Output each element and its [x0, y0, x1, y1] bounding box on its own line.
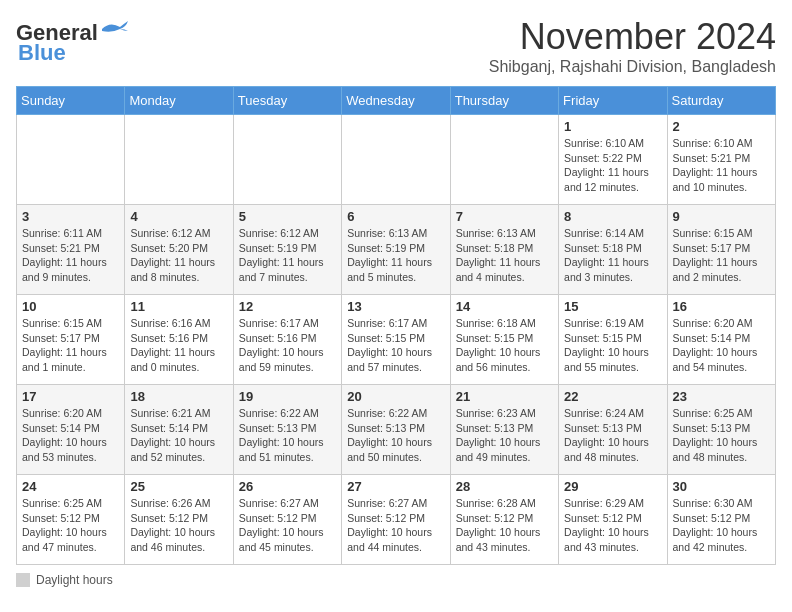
calendar-cell: 26Sunrise: 6:27 AM Sunset: 5:12 PM Dayli… [233, 475, 341, 565]
day-number: 25 [130, 479, 227, 494]
calendar-header-monday: Monday [125, 87, 233, 115]
calendar-cell: 16Sunrise: 6:20 AM Sunset: 5:14 PM Dayli… [667, 295, 775, 385]
day-info: Sunrise: 6:16 AM Sunset: 5:16 PM Dayligh… [130, 316, 227, 375]
legend-label: Daylight hours [36, 573, 113, 587]
logo-general: General [16, 20, 98, 45]
day-number: 3 [22, 209, 119, 224]
calendar-cell: 20Sunrise: 6:22 AM Sunset: 5:13 PM Dayli… [342, 385, 450, 475]
day-info: Sunrise: 6:22 AM Sunset: 5:13 PM Dayligh… [239, 406, 336, 465]
day-number: 14 [456, 299, 553, 314]
day-info: Sunrise: 6:13 AM Sunset: 5:18 PM Dayligh… [456, 226, 553, 285]
day-number: 27 [347, 479, 444, 494]
calendar-cell: 15Sunrise: 6:19 AM Sunset: 5:15 PM Dayli… [559, 295, 667, 385]
day-info: Sunrise: 6:23 AM Sunset: 5:13 PM Dayligh… [456, 406, 553, 465]
logo-bird-icon [100, 19, 130, 39]
day-number: 6 [347, 209, 444, 224]
day-info: Sunrise: 6:27 AM Sunset: 5:12 PM Dayligh… [239, 496, 336, 555]
day-info: Sunrise: 6:25 AM Sunset: 5:13 PM Dayligh… [673, 406, 770, 465]
day-number: 22 [564, 389, 661, 404]
calendar-cell: 23Sunrise: 6:25 AM Sunset: 5:13 PM Dayli… [667, 385, 775, 475]
day-info: Sunrise: 6:13 AM Sunset: 5:19 PM Dayligh… [347, 226, 444, 285]
day-info: Sunrise: 6:10 AM Sunset: 5:22 PM Dayligh… [564, 136, 661, 195]
calendar-header-saturday: Saturday [667, 87, 775, 115]
day-info: Sunrise: 6:12 AM Sunset: 5:19 PM Dayligh… [239, 226, 336, 285]
day-info: Sunrise: 6:28 AM Sunset: 5:12 PM Dayligh… [456, 496, 553, 555]
day-info: Sunrise: 6:11 AM Sunset: 5:21 PM Dayligh… [22, 226, 119, 285]
calendar-cell: 3Sunrise: 6:11 AM Sunset: 5:21 PM Daylig… [17, 205, 125, 295]
calendar-cell: 5Sunrise: 6:12 AM Sunset: 5:19 PM Daylig… [233, 205, 341, 295]
day-info: Sunrise: 6:20 AM Sunset: 5:14 PM Dayligh… [22, 406, 119, 465]
day-number: 26 [239, 479, 336, 494]
calendar-cell [17, 115, 125, 205]
calendar-cell: 22Sunrise: 6:24 AM Sunset: 5:13 PM Dayli… [559, 385, 667, 475]
day-number: 24 [22, 479, 119, 494]
day-info: Sunrise: 6:25 AM Sunset: 5:12 PM Dayligh… [22, 496, 119, 555]
calendar-cell [125, 115, 233, 205]
calendar-cell: 8Sunrise: 6:14 AM Sunset: 5:18 PM Daylig… [559, 205, 667, 295]
day-number: 19 [239, 389, 336, 404]
calendar-cell: 1Sunrise: 6:10 AM Sunset: 5:22 PM Daylig… [559, 115, 667, 205]
day-number: 10 [22, 299, 119, 314]
logo: General Blue [16, 20, 130, 66]
day-info: Sunrise: 6:10 AM Sunset: 5:21 PM Dayligh… [673, 136, 770, 195]
day-number: 29 [564, 479, 661, 494]
calendar-cell: 25Sunrise: 6:26 AM Sunset: 5:12 PM Dayli… [125, 475, 233, 565]
day-info: Sunrise: 6:27 AM Sunset: 5:12 PM Dayligh… [347, 496, 444, 555]
day-number: 30 [673, 479, 770, 494]
calendar-cell: 7Sunrise: 6:13 AM Sunset: 5:18 PM Daylig… [450, 205, 558, 295]
day-info: Sunrise: 6:12 AM Sunset: 5:20 PM Dayligh… [130, 226, 227, 285]
calendar-cell: 4Sunrise: 6:12 AM Sunset: 5:20 PM Daylig… [125, 205, 233, 295]
day-info: Sunrise: 6:21 AM Sunset: 5:14 PM Dayligh… [130, 406, 227, 465]
day-number: 2 [673, 119, 770, 134]
day-number: 7 [456, 209, 553, 224]
day-number: 18 [130, 389, 227, 404]
day-info: Sunrise: 6:19 AM Sunset: 5:15 PM Dayligh… [564, 316, 661, 375]
calendar-cell: 6Sunrise: 6:13 AM Sunset: 5:19 PM Daylig… [342, 205, 450, 295]
day-info: Sunrise: 6:15 AM Sunset: 5:17 PM Dayligh… [22, 316, 119, 375]
calendar-cell: 18Sunrise: 6:21 AM Sunset: 5:14 PM Dayli… [125, 385, 233, 475]
legend-box [16, 573, 30, 587]
calendar-header-tuesday: Tuesday [233, 87, 341, 115]
calendar-cell: 21Sunrise: 6:23 AM Sunset: 5:13 PM Dayli… [450, 385, 558, 475]
day-number: 28 [456, 479, 553, 494]
title-area: November 2024 Shibganj, Rajshahi Divisio… [489, 16, 776, 76]
day-number: 9 [673, 209, 770, 224]
day-number: 15 [564, 299, 661, 314]
calendar-cell: 28Sunrise: 6:28 AM Sunset: 5:12 PM Dayli… [450, 475, 558, 565]
calendar-cell [450, 115, 558, 205]
calendar-cell: 30Sunrise: 6:30 AM Sunset: 5:12 PM Dayli… [667, 475, 775, 565]
calendar-cell: 10Sunrise: 6:15 AM Sunset: 5:17 PM Dayli… [17, 295, 125, 385]
day-number: 20 [347, 389, 444, 404]
calendar-cell: 12Sunrise: 6:17 AM Sunset: 5:16 PM Dayli… [233, 295, 341, 385]
day-number: 11 [130, 299, 227, 314]
day-number: 5 [239, 209, 336, 224]
calendar-cell: 17Sunrise: 6:20 AM Sunset: 5:14 PM Dayli… [17, 385, 125, 475]
day-number: 8 [564, 209, 661, 224]
day-number: 4 [130, 209, 227, 224]
day-info: Sunrise: 6:14 AM Sunset: 5:18 PM Dayligh… [564, 226, 661, 285]
calendar-cell: 14Sunrise: 6:18 AM Sunset: 5:15 PM Dayli… [450, 295, 558, 385]
calendar-header-thursday: Thursday [450, 87, 558, 115]
calendar-header-sunday: Sunday [17, 87, 125, 115]
page-header: General Blue November 2024 Shibganj, Raj… [16, 16, 776, 76]
legend: Daylight hours [16, 573, 776, 587]
day-number: 23 [673, 389, 770, 404]
day-info: Sunrise: 6:20 AM Sunset: 5:14 PM Dayligh… [673, 316, 770, 375]
day-number: 1 [564, 119, 661, 134]
day-number: 16 [673, 299, 770, 314]
day-number: 17 [22, 389, 119, 404]
day-info: Sunrise: 6:24 AM Sunset: 5:13 PM Dayligh… [564, 406, 661, 465]
calendar-cell: 2Sunrise: 6:10 AM Sunset: 5:21 PM Daylig… [667, 115, 775, 205]
location-subtitle: Shibganj, Rajshahi Division, Bangladesh [489, 58, 776, 76]
day-info: Sunrise: 6:22 AM Sunset: 5:13 PM Dayligh… [347, 406, 444, 465]
calendar-cell: 24Sunrise: 6:25 AM Sunset: 5:12 PM Dayli… [17, 475, 125, 565]
day-number: 21 [456, 389, 553, 404]
calendar-header-friday: Friday [559, 87, 667, 115]
day-number: 13 [347, 299, 444, 314]
day-info: Sunrise: 6:17 AM Sunset: 5:16 PM Dayligh… [239, 316, 336, 375]
day-info: Sunrise: 6:15 AM Sunset: 5:17 PM Dayligh… [673, 226, 770, 285]
calendar-cell [342, 115, 450, 205]
calendar-cell: 27Sunrise: 6:27 AM Sunset: 5:12 PM Dayli… [342, 475, 450, 565]
calendar-cell: 11Sunrise: 6:16 AM Sunset: 5:16 PM Dayli… [125, 295, 233, 385]
calendar-header-wednesday: Wednesday [342, 87, 450, 115]
